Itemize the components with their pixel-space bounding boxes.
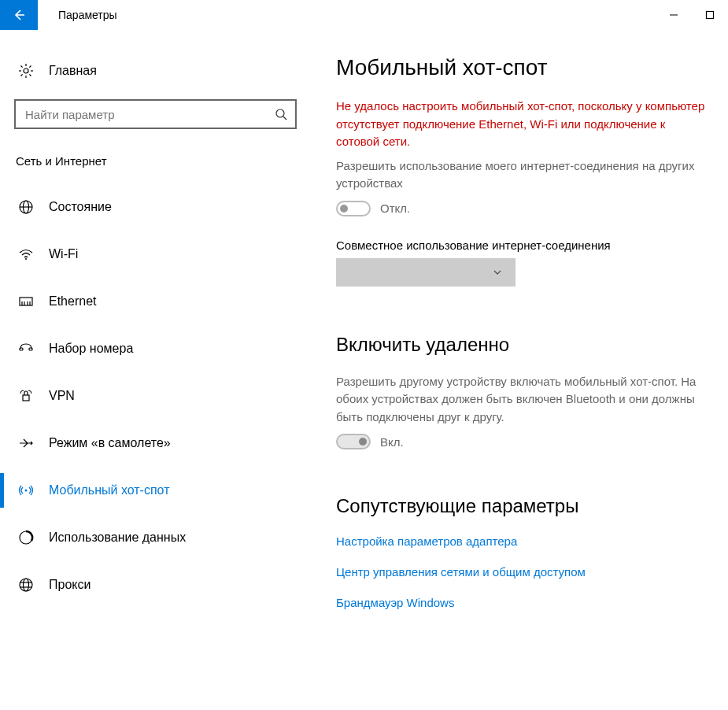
minimize-button[interactable] <box>656 0 692 30</box>
sidebar-item-wifi[interactable]: Wi-Fi <box>0 231 311 278</box>
maximize-icon <box>705 10 715 20</box>
titlebar: Параметры <box>0 0 728 30</box>
back-button[interactable] <box>0 0 38 30</box>
share-description: Разрешить использование моего интернет-с… <box>336 157 706 193</box>
remote-description: Разрешить другому устройству включать мо… <box>336 373 706 427</box>
maximize-button[interactable] <box>692 0 728 30</box>
proxy-icon <box>17 577 35 593</box>
svg-rect-23 <box>20 348 23 350</box>
link-firewall[interactable]: Брандмауэр Windows <box>336 596 712 609</box>
svg-point-28 <box>20 579 32 591</box>
remote-heading: Включить удаленно <box>336 334 712 356</box>
window-title: Параметры <box>38 9 117 21</box>
sidebar-item-label: Набор номера <box>35 342 133 356</box>
wifi-icon <box>17 246 35 262</box>
search-input[interactable] <box>25 108 275 121</box>
sidebar-item-hotspot[interactable]: Мобильный хот-спот <box>0 467 311 514</box>
svg-line-11 <box>29 66 31 68</box>
share-from-dropdown[interactable] <box>336 258 516 287</box>
svg-point-29 <box>24 579 29 591</box>
gear-icon <box>17 63 35 79</box>
sidebar-item-vpn[interactable]: VPN <box>0 372 311 420</box>
sidebar-item-label: Состояние <box>35 200 112 214</box>
link-adapter-settings[interactable]: Настройка параметров адаптера <box>336 534 712 548</box>
minimize-icon <box>669 10 678 20</box>
sidebar-item-label: Ethernet <box>35 294 96 309</box>
svg-line-13 <box>283 116 286 120</box>
search-box[interactable] <box>14 99 297 129</box>
svg-line-8 <box>21 66 23 68</box>
svg-rect-2 <box>707 12 714 19</box>
related-heading: Сопутствующие параметры <box>336 495 712 517</box>
share-toggle-label: Откл. <box>380 202 410 215</box>
arrow-left-icon <box>12 8 26 22</box>
error-message: Не удалось настроить мобильный хот-спот,… <box>336 98 706 151</box>
sidebar-item-status[interactable]: Состояние <box>0 183 311 231</box>
sidebar-item-airplane[interactable]: Режим «в самолете» <box>0 420 311 467</box>
sidebar-item-ethernet[interactable]: Ethernet <box>0 278 311 325</box>
page-heading: Мобильный хот-спот <box>336 55 712 80</box>
phone-icon <box>17 341 35 357</box>
hotspot-icon <box>17 483 35 498</box>
svg-line-9 <box>29 74 31 76</box>
svg-point-12 <box>276 109 284 117</box>
svg-point-3 <box>24 68 28 73</box>
sidebar-item-label: Использование данных <box>35 531 186 545</box>
sidebar-item-label: Wi-Fi <box>35 247 78 261</box>
svg-rect-25 <box>23 395 29 401</box>
svg-rect-24 <box>29 348 32 350</box>
svg-point-17 <box>25 258 27 260</box>
sidebar-item-label: Мобильный хот-спот <box>35 483 169 497</box>
remote-toggle-label: Вкл. <box>380 435 404 449</box>
sidebar-item-dialup[interactable]: Набор номера <box>0 325 311 372</box>
svg-point-26 <box>25 490 28 492</box>
datausage-icon <box>17 530 35 545</box>
sidebar: Главная Сеть и Интернет Состояние Wi-Fi <box>0 30 311 710</box>
sidebar-item-label: Режим «в самолете» <box>35 436 171 450</box>
sidebar-item-label: Прокси <box>35 578 91 592</box>
search-icon <box>275 108 287 120</box>
ethernet-icon <box>17 294 35 309</box>
sidebar-home-label: Главная <box>35 64 97 78</box>
globe-icon <box>17 199 35 215</box>
sidebar-item-proxy[interactable]: Прокси <box>0 561 311 608</box>
sidebar-category: Сеть и Интернет <box>0 129 311 172</box>
link-network-center[interactable]: Центр управления сетями и общим доступом <box>336 565 712 579</box>
sidebar-item-label: VPN <box>35 389 75 403</box>
svg-line-10 <box>21 74 23 76</box>
airplane-icon <box>17 435 35 451</box>
sidebar-home[interactable]: Главная <box>0 54 311 88</box>
sidebar-item-datausage[interactable]: Использование данных <box>0 514 311 561</box>
main-panel: Мобильный хот-спот Не удалось настроить … <box>311 30 728 710</box>
chevron-down-icon <box>492 267 503 278</box>
share-toggle[interactable] <box>336 201 371 216</box>
vpn-icon <box>17 388 35 404</box>
sidebar-nav: Состояние Wi-Fi Ethernet Набор номера VP… <box>0 172 311 608</box>
share-from-label: Совместное использование интернет-соедин… <box>336 239 712 252</box>
remote-toggle[interactable] <box>336 434 371 449</box>
